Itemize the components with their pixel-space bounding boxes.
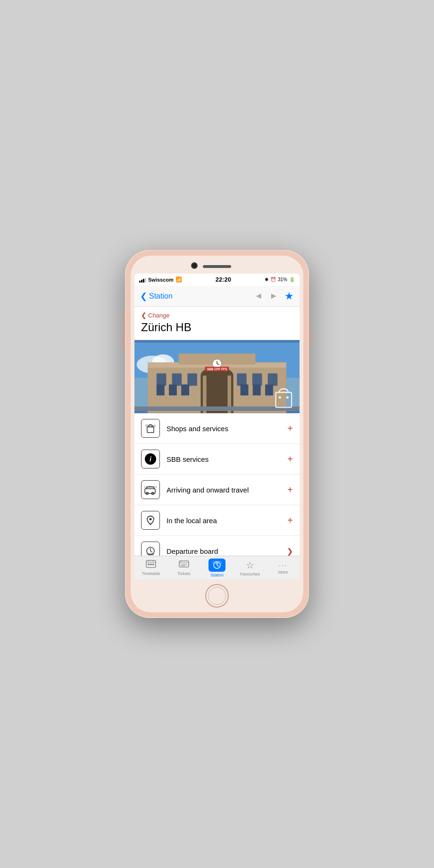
local-expand-icon[interactable]: + bbox=[287, 515, 293, 526]
info-icon: i bbox=[145, 453, 156, 465]
shopping-icon: Shopping bbox=[145, 423, 156, 434]
svg-rect-31 bbox=[286, 396, 289, 399]
svg-rect-28 bbox=[134, 407, 300, 411]
station-name: Zürich HB bbox=[141, 321, 293, 334]
svg-rect-12 bbox=[268, 373, 278, 385]
battery-icon: 🔋 bbox=[289, 277, 295, 282]
svg-rect-27 bbox=[181, 384, 189, 395]
svg-text:2: 2 bbox=[180, 560, 182, 563]
svg-rect-50 bbox=[152, 564, 154, 565]
favourites-icon: ☆ bbox=[246, 559, 254, 571]
travel-label: Arriving and onward travel bbox=[167, 486, 287, 494]
carsharing-icon: CarSharing bbox=[144, 484, 157, 495]
tickets-icon: 2 bbox=[179, 559, 189, 570]
svg-rect-49 bbox=[150, 564, 152, 565]
content-area: ❮ Change Zürich HB bbox=[134, 307, 300, 556]
menu-item-travel[interactable]: CarSharing Arriving and onward travel + bbox=[134, 475, 300, 505]
menu-item-shops[interactable]: Shopping Shops and services + bbox=[134, 413, 300, 444]
svg-text:SBB CFF FFS: SBB CFF FFS bbox=[207, 367, 227, 371]
sbb-label: SBB services bbox=[167, 455, 287, 463]
status-left: Swisscom 📶 bbox=[139, 276, 182, 283]
volume-up-button[interactable] bbox=[123, 311, 125, 327]
signal-bar-1 bbox=[139, 281, 141, 283]
screen: Swisscom 📶 22:20 ✱ ⏰ 31% 🔋 ❮ Station bbox=[134, 274, 300, 579]
tickets-label: Tickets bbox=[177, 571, 191, 576]
back-chevron-icon: ❮ bbox=[140, 291, 147, 301]
more-icon: ··· bbox=[279, 561, 287, 569]
station-image: SBB CFF FFS bbox=[134, 340, 300, 413]
travel-icon-box: CarSharing bbox=[141, 480, 160, 499]
timetable-label: Timetable bbox=[142, 571, 160, 576]
shops-label: Shops and services bbox=[167, 425, 287, 433]
favourite-star-icon[interactable]: ★ bbox=[284, 290, 294, 302]
wifi-icon: 📶 bbox=[175, 276, 182, 283]
back-button[interactable]: ❮ Station bbox=[140, 291, 173, 301]
tab-favourites[interactable]: ☆ Favourites bbox=[234, 556, 267, 579]
local-label: In the local area bbox=[167, 517, 287, 525]
nav-arrow-right-icon[interactable]: ► bbox=[269, 291, 278, 301]
home-button[interactable] bbox=[205, 584, 229, 608]
departure-icon-box bbox=[141, 542, 160, 556]
svg-rect-23 bbox=[253, 384, 261, 395]
station-tab-icon bbox=[209, 559, 225, 572]
tab-bar: Timetable 2 Tickets bbox=[134, 556, 300, 579]
carrier-label: Swisscom bbox=[148, 277, 174, 283]
change-button[interactable]: ❮ Change bbox=[141, 311, 293, 319]
svg-rect-9 bbox=[187, 373, 197, 385]
svg-rect-22 bbox=[241, 384, 249, 395]
svg-rect-7 bbox=[157, 373, 167, 385]
status-time: 22:20 bbox=[216, 276, 231, 283]
phone-frame: Swisscom 📶 22:20 ✱ ⏰ 31% 🔋 ❮ Station bbox=[125, 250, 309, 618]
svg-rect-8 bbox=[172, 373, 182, 385]
menu-item-sbb[interactable]: i SBB services + bbox=[134, 444, 300, 475]
tab-tickets[interactable]: 2 Tickets bbox=[167, 556, 200, 579]
power-button[interactable] bbox=[309, 323, 311, 347]
volume-down-button[interactable] bbox=[123, 333, 125, 349]
more-label: More bbox=[278, 570, 288, 575]
favourites-label: Favourites bbox=[240, 572, 260, 576]
back-label: Station bbox=[149, 292, 173, 300]
shops-expand-icon[interactable]: + bbox=[287, 423, 293, 434]
phone-inner: Swisscom 📶 22:20 ✱ ⏰ 31% 🔋 ❮ Station bbox=[131, 256, 303, 612]
svg-rect-25 bbox=[157, 384, 165, 395]
status-right: ✱ ⏰ 31% 🔋 bbox=[265, 277, 295, 282]
menu-item-local[interactable]: In the local area + bbox=[134, 505, 300, 536]
station-label: Station bbox=[210, 573, 224, 577]
nav-arrow-left-icon[interactable]: ◄ bbox=[254, 291, 263, 301]
departure-icon bbox=[145, 546, 156, 556]
departure-label: Departure board bbox=[167, 547, 287, 555]
pin-icon bbox=[145, 515, 156, 526]
station-building-image: SBB CFF FFS bbox=[134, 340, 300, 413]
change-chevron-icon: ❮ bbox=[141, 311, 147, 319]
svg-rect-11 bbox=[252, 373, 262, 385]
signal-bar-3 bbox=[143, 279, 144, 283]
bluetooth-icon: ✱ bbox=[265, 277, 268, 282]
svg-rect-48 bbox=[148, 564, 150, 565]
nav-right-controls: ◄ ► ★ bbox=[254, 290, 294, 302]
change-label: Change bbox=[148, 312, 170, 319]
battery-label: 31% bbox=[278, 277, 287, 282]
svg-line-58 bbox=[217, 565, 219, 567]
departure-arrow-icon: ❯ bbox=[287, 547, 293, 556]
signal-bar-4 bbox=[145, 278, 146, 283]
station-header: ❮ Change Zürich HB bbox=[134, 307, 300, 340]
timetable-icon bbox=[146, 559, 156, 570]
travel-expand-icon[interactable]: + bbox=[287, 484, 293, 495]
speaker bbox=[203, 265, 231, 268]
home-button-ring bbox=[208, 587, 226, 605]
tab-more[interactable]: ··· More bbox=[267, 556, 300, 579]
sbb-expand-icon[interactable]: + bbox=[287, 454, 293, 465]
tab-station[interactable]: Station bbox=[200, 556, 234, 579]
svg-rect-30 bbox=[279, 396, 281, 399]
svg-point-38 bbox=[150, 518, 152, 520]
svg-rect-26 bbox=[169, 384, 177, 395]
menu-item-departure[interactable]: Departure board ❯ bbox=[134, 536, 300, 556]
local-icon-box bbox=[141, 511, 160, 530]
sbb-icon-box: i bbox=[141, 450, 160, 468]
svg-line-41 bbox=[150, 551, 152, 552]
svg-rect-33 bbox=[147, 427, 154, 433]
tab-timetable[interactable]: Timetable bbox=[134, 556, 167, 579]
status-bar: Swisscom 📶 22:20 ✱ ⏰ 31% 🔋 bbox=[134, 274, 300, 286]
svg-rect-24 bbox=[265, 384, 273, 395]
svg-rect-10 bbox=[237, 373, 247, 385]
